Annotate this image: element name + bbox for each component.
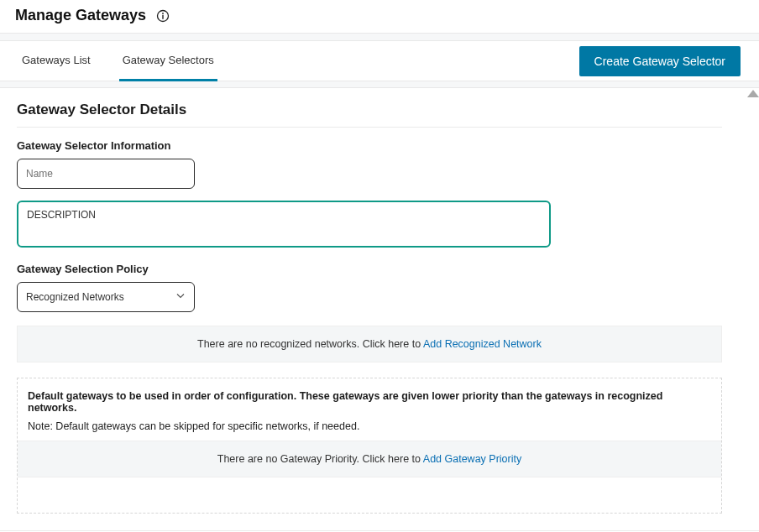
create-gateway-selector-button[interactable]: Create Gateway Selector	[579, 46, 741, 76]
divider	[0, 33, 759, 41]
details-panel: Gateway Selector Details Gateway Selecto…	[0, 88, 739, 530]
svg-point-1	[162, 13, 164, 14]
no-priority-strip: There are no Gateway Priority. Click her…	[18, 441, 721, 477]
scroll-up-arrow[interactable]	[747, 90, 759, 97]
info-heading: Gateway Selector Information	[17, 139, 722, 152]
default-gateways-note: Note: Default gateways can be skipped fo…	[28, 420, 711, 432]
page-title: Manage Gateways	[15, 7, 146, 24]
no-networks-strip: There are no recognized networks. Click …	[17, 326, 722, 362]
no-networks-text: There are no recognized networks. Click …	[197, 338, 423, 350]
add-gateway-priority-link[interactable]: Add Gateway Priority	[423, 453, 521, 465]
no-priority-text: There are no Gateway Priority. Click her…	[217, 453, 423, 465]
default-gateways-title: Default gateways to be used in order of …	[28, 390, 711, 414]
add-recognized-network-link[interactable]: Add Recognized Network	[423, 338, 542, 350]
section-title: Gateway Selector Details	[17, 102, 722, 118]
description-input[interactable]	[17, 201, 551, 248]
svg-rect-2	[162, 14, 163, 18]
default-gateways-box: Default gateways to be used in order of …	[17, 378, 722, 514]
tab-label: Gateways List	[22, 54, 91, 66]
divider	[0, 81, 759, 88]
chevron-down-icon	[175, 291, 186, 304]
policy-heading: Gateway Selection Policy	[17, 263, 722, 275]
tab-gateway-selectors[interactable]: Gateway Selectors	[119, 41, 217, 81]
policy-select[interactable]: Recognized Networks	[17, 282, 195, 312]
policy-select-value: Recognized Networks	[26, 291, 124, 303]
page-header: Manage Gateways	[0, 0, 759, 33]
tab-label: Gateway Selectors	[123, 54, 214, 66]
tab-gateways-list[interactable]: Gateways List	[18, 41, 94, 81]
name-input[interactable]	[17, 159, 195, 189]
info-icon[interactable]	[156, 9, 170, 23]
tab-bar: Gateways List Gateway Selectors Create G…	[0, 41, 759, 81]
divider	[17, 127, 722, 128]
